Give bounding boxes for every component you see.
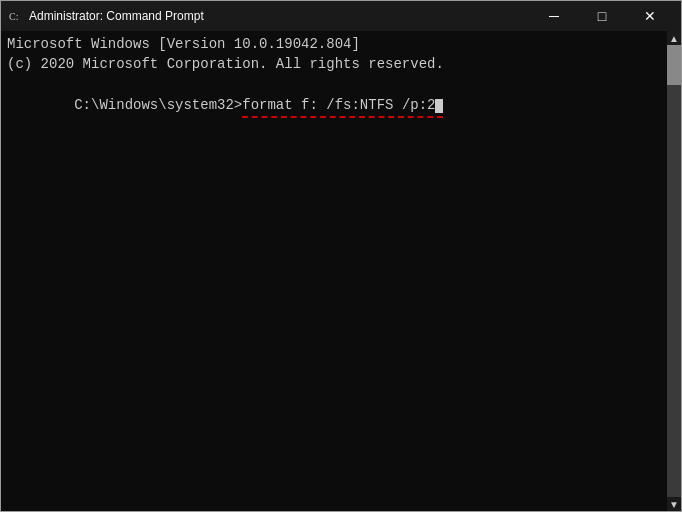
scroll-track[interactable]	[667, 45, 681, 497]
red-underline	[242, 116, 443, 118]
close-button[interactable]: ✕	[627, 1, 673, 31]
window-title: Administrator: Command Prompt	[29, 9, 204, 23]
console-area: Microsoft Windows [Version 10.0.19042.80…	[1, 31, 681, 511]
scroll-thumb[interactable]	[667, 45, 681, 85]
minimize-button[interactable]: ─	[531, 1, 577, 31]
output-line2: (c) 2020 Microsoft Corporation. All righ…	[7, 55, 661, 75]
maximize-button[interactable]: □	[579, 1, 625, 31]
output-line1: Microsoft Windows [Version 10.0.19042.80…	[7, 35, 661, 55]
titlebar: C: Administrator: Command Prompt ─ □ ✕	[1, 1, 681, 31]
cmd-icon: C:	[7, 8, 23, 24]
window: C: Administrator: Command Prompt ─ □ ✕ M…	[0, 0, 682, 512]
command-line-container: C:\Windows\system32>format f: /fs:NTFS /…	[7, 76, 661, 135]
command-text: format f: /fs:NTFS /p:2	[242, 97, 435, 113]
titlebar-controls: ─ □ ✕	[531, 1, 673, 31]
scroll-down-arrow[interactable]: ▼	[667, 497, 681, 511]
command-wrapper: format f: /fs:NTFS /p:2	[242, 96, 443, 116]
svg-text:C:: C:	[9, 11, 18, 22]
console-content[interactable]: Microsoft Windows [Version 10.0.19042.80…	[1, 31, 667, 511]
scrollbar[interactable]: ▲ ▼	[667, 31, 681, 511]
cursor	[435, 99, 443, 113]
prompt: C:\Windows\system32>	[74, 97, 242, 113]
scroll-up-arrow[interactable]: ▲	[667, 31, 681, 45]
titlebar-left: C: Administrator: Command Prompt	[7, 8, 204, 24]
